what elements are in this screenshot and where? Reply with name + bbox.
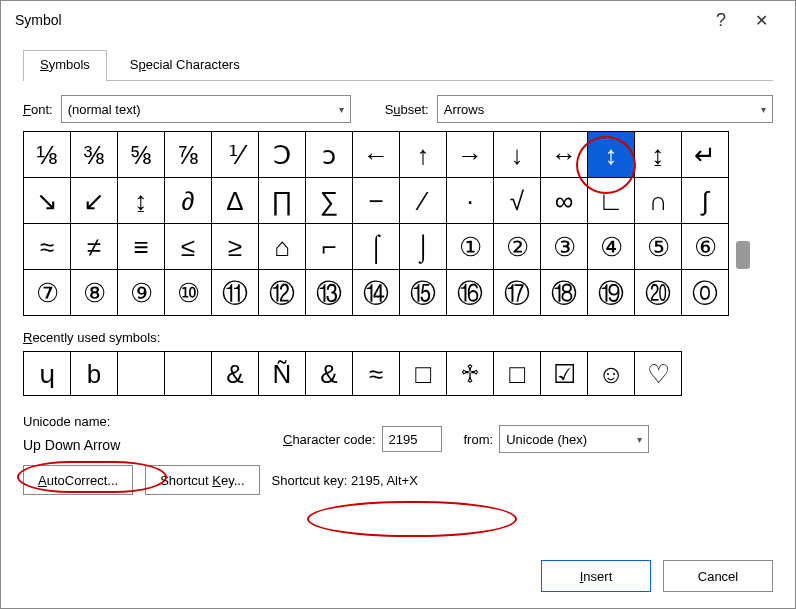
symbol-cell[interactable]: ∆ bbox=[212, 178, 259, 224]
symbol-cell[interactable]: ≡ bbox=[118, 224, 165, 270]
symbol-cell[interactable]: ∑ bbox=[306, 178, 353, 224]
symbol-cell[interactable]: ↨ bbox=[635, 132, 682, 178]
symbol-cell[interactable]: ∟ bbox=[588, 178, 635, 224]
symbol-cell[interactable]: ⑪ bbox=[212, 270, 259, 316]
recent-symbol-cell[interactable]: Ñ bbox=[259, 352, 306, 396]
symbol-cell[interactable]: ⑧ bbox=[71, 270, 118, 316]
symbol-cell[interactable]: ↙ bbox=[71, 178, 118, 224]
symbol-cell[interactable]: ⅞ bbox=[165, 132, 212, 178]
symbol-cell[interactable]: ↵ bbox=[682, 132, 729, 178]
help-button[interactable]: ? bbox=[701, 10, 741, 31]
symbol-cell[interactable]: ∂ bbox=[165, 178, 212, 224]
symbol-cell[interactable]: ⑫ bbox=[259, 270, 306, 316]
symbol-cell[interactable]: ⑳ bbox=[635, 270, 682, 316]
symbol-cell[interactable]: ∙ bbox=[447, 178, 494, 224]
from-dropdown[interactable]: Unicode (hex) ▾ bbox=[499, 425, 649, 453]
symbol-cell[interactable]: ↔ bbox=[541, 132, 588, 178]
symbol-cell[interactable]: ⅟ bbox=[212, 132, 259, 178]
symbol-cell[interactable]: → bbox=[447, 132, 494, 178]
symbol-cell[interactable]: ≠ bbox=[71, 224, 118, 270]
symbol-cell[interactable]: ↄ bbox=[306, 132, 353, 178]
font-dropdown[interactable]: (normal text) ▾ bbox=[61, 95, 351, 123]
symbol-cell[interactable]: ⑲ bbox=[588, 270, 635, 316]
symbol-cell[interactable]: ③ bbox=[541, 224, 588, 270]
recent-symbol-cell[interactable]: ɥ bbox=[24, 352, 71, 396]
symbol-cell[interactable]: ⑩ bbox=[165, 270, 212, 316]
tab-special-characters[interactable]: Special Characters bbox=[113, 50, 257, 81]
font-label: Font: bbox=[23, 102, 53, 117]
symbol-cell[interactable]: ↕ bbox=[588, 132, 635, 178]
autocorrect-button[interactable]: AutoCorrect... bbox=[23, 465, 133, 495]
scroll-thumb[interactable] bbox=[736, 241, 750, 269]
symbol-cell[interactable]: ↘ bbox=[24, 178, 71, 224]
recent-symbol-cell[interactable]: & bbox=[212, 352, 259, 396]
recent-symbol-cell[interactable] bbox=[165, 352, 212, 396]
subset-dropdown[interactable]: Arrows ▾ bbox=[437, 95, 773, 123]
recent-symbol-cell[interactable]: ☺ bbox=[588, 352, 635, 396]
window-title: Symbol bbox=[15, 12, 62, 28]
symbol-cell[interactable]: √ bbox=[494, 178, 541, 224]
recent-symbol-cell[interactable]: ≈ bbox=[353, 352, 400, 396]
symbol-cell[interactable]: ⑬ bbox=[306, 270, 353, 316]
from-label: from: bbox=[464, 432, 494, 447]
symbol-cell[interactable]: ← bbox=[353, 132, 400, 178]
symbol-cell[interactable]: ⑦ bbox=[24, 270, 71, 316]
recent-symbol-cell[interactable]: b bbox=[71, 352, 118, 396]
unicode-name-value: Up Down Arrow bbox=[23, 437, 223, 453]
symbol-cell[interactable]: ↨ bbox=[118, 178, 165, 224]
symbol-cell[interactable]: ⑯ bbox=[447, 270, 494, 316]
recent-grid: ɥb&Ñ&≈□♱□☑☺♡ bbox=[23, 351, 682, 396]
recent-symbol-cell[interactable]: ☑ bbox=[541, 352, 588, 396]
recent-symbol-cell[interactable]: & bbox=[306, 352, 353, 396]
symbol-cell[interactable]: ⑤ bbox=[635, 224, 682, 270]
symbol-cell[interactable]: ⌂ bbox=[259, 224, 306, 270]
symbol-cell[interactable]: ⌠ bbox=[353, 224, 400, 270]
symbol-cell[interactable]: ⑭ bbox=[353, 270, 400, 316]
symbol-cell[interactable]: ∕ bbox=[400, 178, 447, 224]
symbol-cell[interactable]: ≥ bbox=[212, 224, 259, 270]
symbol-cell[interactable]: ⑥ bbox=[682, 224, 729, 270]
recent-symbol-cell[interactable]: ♱ bbox=[447, 352, 494, 396]
symbol-cell[interactable]: ⑮ bbox=[400, 270, 447, 316]
shortcut-key-button[interactable]: Shortcut Key... bbox=[145, 465, 259, 495]
symbol-cell[interactable]: ⅝ bbox=[118, 132, 165, 178]
symbol-cell[interactable]: ④ bbox=[588, 224, 635, 270]
close-button[interactable]: ✕ bbox=[741, 11, 781, 30]
symbol-cell[interactable]: ⓪ bbox=[682, 270, 729, 316]
subset-label: Subset: bbox=[385, 102, 429, 117]
recent-symbol-cell[interactable]: □ bbox=[494, 352, 541, 396]
insert-button[interactable]: Insert bbox=[541, 560, 651, 592]
symbol-cell[interactable]: ⅜ bbox=[71, 132, 118, 178]
symbol-cell[interactable]: ∩ bbox=[635, 178, 682, 224]
tab-symbols[interactable]: Symbols bbox=[23, 50, 107, 81]
unicode-name-label: Unicode name: bbox=[23, 414, 223, 429]
symbol-cell[interactable]: ∏ bbox=[259, 178, 306, 224]
chevron-down-icon: ▾ bbox=[339, 104, 344, 115]
recent-symbol-cell[interactable] bbox=[118, 352, 165, 396]
shortcut-info: Shortcut key: 2195, Alt+X bbox=[272, 473, 418, 488]
symbol-cell[interactable]: − bbox=[353, 178, 400, 224]
symbol-cell[interactable]: ① bbox=[447, 224, 494, 270]
recent-symbol-cell[interactable]: □ bbox=[400, 352, 447, 396]
symbol-cell[interactable]: ⑰ bbox=[494, 270, 541, 316]
symbol-cell[interactable]: ⑨ bbox=[118, 270, 165, 316]
symbol-cell[interactable]: ≤ bbox=[165, 224, 212, 270]
symbol-cell[interactable]: ⌡ bbox=[400, 224, 447, 270]
symbol-cell[interactable]: ⌐ bbox=[306, 224, 353, 270]
symbol-cell[interactable]: ∫ bbox=[682, 178, 729, 224]
recent-label: Recently used symbols: bbox=[23, 330, 773, 345]
symbol-cell[interactable]: ∞ bbox=[541, 178, 588, 224]
symbol-cell[interactable]: ② bbox=[494, 224, 541, 270]
symbol-cell[interactable]: ↑ bbox=[400, 132, 447, 178]
symbol-cell[interactable]: ≈ bbox=[24, 224, 71, 270]
symbol-cell[interactable]: ⑱ bbox=[541, 270, 588, 316]
recent-symbol-cell[interactable]: ♡ bbox=[635, 352, 682, 396]
cancel-button[interactable]: Cancel bbox=[663, 560, 773, 592]
symbol-cell[interactable]: ↓ bbox=[494, 132, 541, 178]
symbol-cell[interactable]: ⅛ bbox=[24, 132, 71, 178]
charcode-input[interactable]: 2195 bbox=[382, 426, 442, 452]
symbol-cell[interactable]: Ↄ bbox=[259, 132, 306, 178]
scrollbar[interactable] bbox=[733, 131, 753, 316]
chevron-down-icon: ▾ bbox=[637, 434, 642, 445]
chevron-down-icon: ▾ bbox=[761, 104, 766, 115]
